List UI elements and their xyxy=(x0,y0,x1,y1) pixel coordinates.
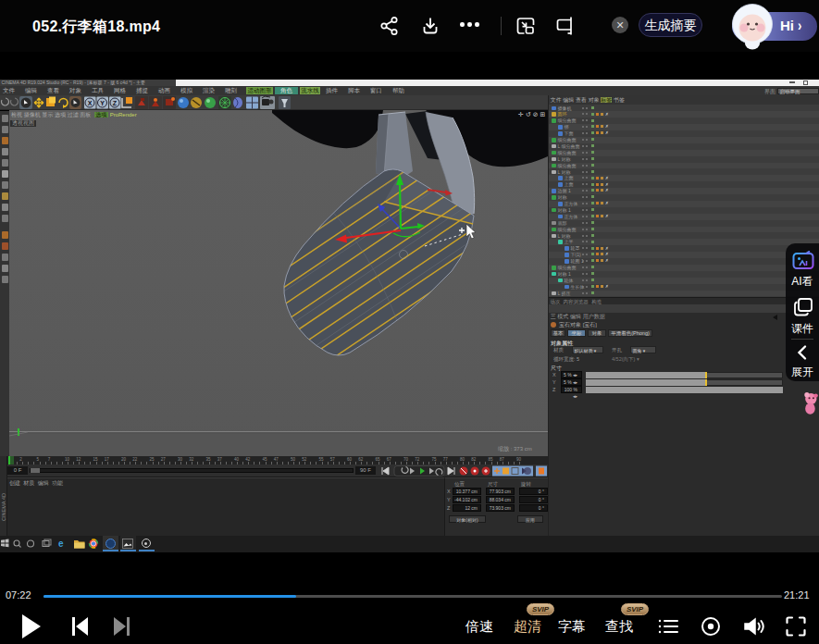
svg-text:Z: Z xyxy=(113,100,118,106)
svg-text:X: X xyxy=(88,100,93,106)
svg-text:Y: Y xyxy=(100,100,105,106)
svg-text:e: e xyxy=(58,539,64,549)
